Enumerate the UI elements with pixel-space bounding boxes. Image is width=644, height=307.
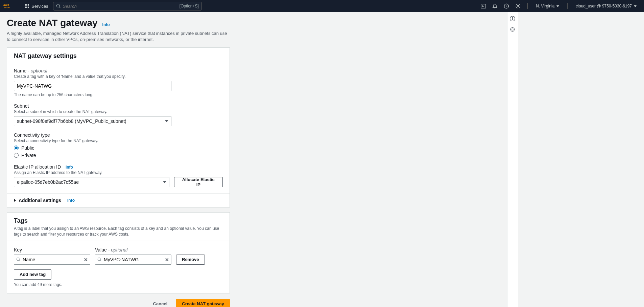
info-link[interactable]: Info <box>102 22 110 27</box>
search-shortcut: [Option+S] <box>180 4 199 8</box>
region-selector[interactable]: N. Virginia <box>532 4 563 8</box>
svg-line-11 <box>59 7 61 8</box>
radio-label: Private <box>21 153 36 158</box>
subnet-select[interactable]: subnet-098f0ef9df77b6bb8 (MyVPC_Public_s… <box>14 116 171 126</box>
help-icon[interactable]: ? <box>501 1 512 12</box>
top-nav: aws Services [Option+S] ? <box>0 0 644 12</box>
name-help: The name can be up to 256 characters lon… <box>14 92 223 97</box>
eip-select[interactable]: eipalloc-05d7eb0b2ac7c55ae <box>14 177 169 187</box>
chevron-down-icon <box>163 181 166 183</box>
svg-text:?: ? <box>506 4 507 8</box>
nav-divider <box>21 3 21 9</box>
svg-rect-7 <box>25 7 26 8</box>
info-panel-icon[interactable] <box>509 16 516 22</box>
search-input-wrap[interactable]: [Option+S] <box>53 2 202 10</box>
panel-title: NAT gateway settings <box>14 52 223 60</box>
optional-suffix: - optional <box>26 68 47 73</box>
svg-point-17 <box>517 5 519 7</box>
svg-rect-6 <box>28 5 29 6</box>
svg-rect-3 <box>28 4 29 5</box>
tags-panel: Tags A tag is a label that you assign to… <box>7 212 230 293</box>
svg-rect-12 <box>481 4 486 8</box>
additional-settings-label: Additional settings <box>19 198 61 203</box>
connectivity-hint: Select a connectivity type for the NAT g… <box>14 138 223 143</box>
aws-logo[interactable]: aws <box>3 3 14 9</box>
remove-tag-button[interactable]: Remove <box>176 255 205 265</box>
cancel-button[interactable]: Cancel <box>148 299 173 307</box>
optional-suffix: - optional <box>107 247 127 253</box>
subnet-hint: Select a subnet in which to create the N… <box>14 109 223 114</box>
connectivity-private-radio[interactable]: Private <box>14 153 223 158</box>
svg-rect-8 <box>26 7 27 8</box>
svg-point-23 <box>512 17 512 18</box>
tag-limit-message: You can add 49 more tags. <box>14 282 223 287</box>
tag-value-input-wrap[interactable]: ✕ <box>95 255 171 265</box>
tag-key-input-wrap[interactable]: ✕ <box>14 255 90 265</box>
name-field: Name - optional Create a tag with a key … <box>14 68 223 97</box>
chevron-down-icon <box>556 5 559 7</box>
search-icon <box>97 257 102 262</box>
nav-divider <box>567 3 568 9</box>
allocate-eip-button[interactable]: Allocate Elastic IP <box>174 177 223 187</box>
tag-value-input[interactable] <box>104 257 163 262</box>
connectivity-label: Connectivity type <box>14 132 223 138</box>
connectivity-public-radio[interactable]: Public <box>14 145 223 151</box>
chevron-down-icon <box>165 120 168 122</box>
services-label: Services <box>31 4 48 9</box>
eip-field: Elastic IP allocation ID Info Assign an … <box>14 164 223 187</box>
nav-divider <box>527 3 528 9</box>
svg-rect-1 <box>25 4 26 5</box>
svg-line-21 <box>100 260 101 261</box>
svg-rect-5 <box>26 5 27 6</box>
chevron-right-icon <box>14 199 16 202</box>
search-input[interactable] <box>63 4 180 9</box>
page-description: A highly available, managed Network Addr… <box>7 30 230 43</box>
subnet-value: subnet-098f0ef9df77b6bb8 (MyVPC_Public_s… <box>17 118 126 124</box>
nat-settings-panel: NAT gateway settings Name - optional Cre… <box>7 47 230 207</box>
svg-rect-4 <box>25 5 26 6</box>
chevron-down-icon <box>634 5 637 7</box>
subnet-label: Subnet <box>14 103 223 109</box>
cloudshell-icon[interactable] <box>478 1 489 12</box>
eip-label: Elastic IP allocation ID <box>14 164 61 170</box>
side-rail <box>507 12 518 307</box>
name-input[interactable] <box>14 81 171 91</box>
footer-actions: Cancel Create NAT gateway <box>7 299 230 307</box>
tag-key-label: Key <box>14 247 90 253</box>
name-hint: Create a tag with a key of 'Name' and a … <box>14 74 223 79</box>
svg-rect-2 <box>26 4 27 5</box>
create-button[interactable]: Create NAT gateway <box>176 299 230 307</box>
svg-text:aws: aws <box>3 3 9 7</box>
page-title: Create NAT gateway <box>7 18 98 28</box>
tag-key-input[interactable] <box>23 257 82 262</box>
additional-settings-toggle[interactable]: Additional settings Info <box>7 193 230 207</box>
eip-hint: Assign an Elastic IP address to the NAT … <box>14 170 223 175</box>
svg-rect-9 <box>28 7 29 8</box>
user-menu[interactable]: cloud_user @ 9750-5030-6197 <box>572 4 641 8</box>
svg-line-19 <box>19 260 20 261</box>
search-icon <box>56 4 61 8</box>
panel-title: Tags <box>14 217 223 224</box>
content: Create NAT gateway Info A highly availab… <box>0 12 507 307</box>
grid-icon <box>25 4 29 8</box>
info-link[interactable]: Info <box>67 198 75 203</box>
info-link[interactable]: Info <box>66 165 73 170</box>
connectivity-field: Connectivity type Select a connectivity … <box>14 132 223 158</box>
services-button[interactable]: Services <box>25 4 48 9</box>
name-label: Name <box>14 68 26 73</box>
radio-icon <box>14 146 19 150</box>
tags-description: A tag is a label that you assign to an A… <box>14 226 223 237</box>
subnet-field: Subnet Select a subnet in which to creat… <box>14 103 223 126</box>
preferences-icon[interactable] <box>509 26 516 33</box>
add-tag-button[interactable]: Add new tag <box>14 269 51 280</box>
notifications-icon[interactable] <box>490 1 500 12</box>
eip-value: eipalloc-05d7eb0b2ac7c55ae <box>17 179 79 185</box>
radio-icon <box>14 153 19 158</box>
settings-icon[interactable] <box>512 1 523 12</box>
clear-icon[interactable]: ✕ <box>165 257 169 262</box>
svg-point-14 <box>495 8 495 8</box>
clear-icon[interactable]: ✕ <box>84 257 88 262</box>
region-label: N. Virginia <box>536 4 554 8</box>
user-label: cloud_user @ 9750-5030-6197 <box>576 4 632 8</box>
radio-label: Public <box>21 145 34 151</box>
